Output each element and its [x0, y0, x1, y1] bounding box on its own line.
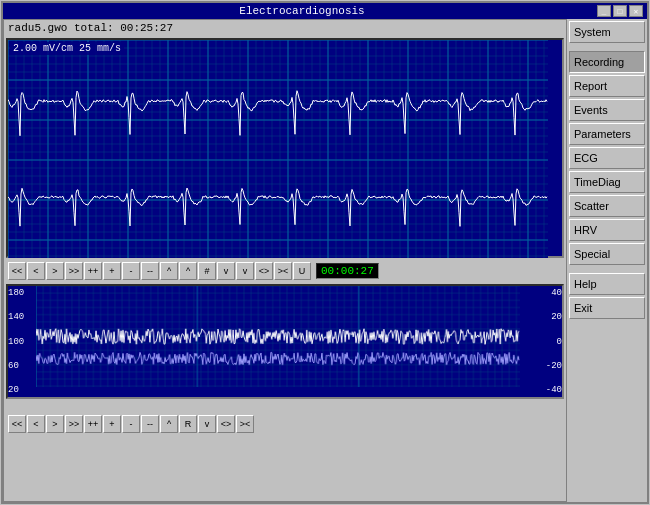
trend-time-labels: 00:13 00:14 00:15 [4, 401, 566, 412]
trend-label-40: 40 [538, 288, 562, 298]
toolbar2-btn-0[interactable]: << [8, 415, 26, 433]
trend-label-60: 60 [8, 361, 36, 371]
close-button[interactable]: ✕ [629, 5, 643, 17]
trend-labels-left: 180 140 100 60 20 [8, 286, 36, 397]
toolbar2-btn-9[interactable]: R [179, 415, 197, 433]
toolbar2-btn-10[interactable]: v [198, 415, 216, 433]
menu-btn-exit[interactable]: Exit [569, 297, 645, 319]
trend-label-140: 140 [8, 312, 36, 322]
trend-label-20: 20 [8, 385, 36, 395]
time-label-3: 00:15 [437, 401, 467, 412]
menu-btn-recording[interactable]: Recording [569, 51, 645, 73]
toolbar1-btn-7[interactable]: -- [141, 262, 159, 280]
maximize-button[interactable]: □ [613, 5, 627, 17]
menu-btn-ecg[interactable]: ECG [569, 147, 645, 169]
toolbar2-btn-12[interactable]: >< [236, 415, 254, 433]
info-bar: radu5.gwo total: 00:25:27 [4, 20, 566, 36]
time-label-2: 00:14 [270, 401, 300, 412]
menu-btn-special[interactable]: Special [569, 243, 645, 265]
menu-btn-report[interactable]: Report [569, 75, 645, 97]
toolbar2: <<<>>>+++---^Rv<>>< [4, 413, 566, 435]
toolbar1-btn-3[interactable]: >> [65, 262, 83, 280]
toolbar1-btn-6[interactable]: - [122, 262, 140, 280]
menu-btn-scatter[interactable]: Scatter [569, 195, 645, 217]
trend-label-m40: -40 [538, 385, 562, 395]
trend-labels-right: 40 20 0 -20 -40 [538, 286, 562, 397]
toolbar1-btn-0[interactable]: << [8, 262, 26, 280]
trend-label-100: 100 [8, 337, 36, 347]
title-bar-buttons: _ □ ✕ [597, 5, 643, 17]
menu-btn-timediag[interactable]: TimeDiag [569, 171, 645, 193]
ecg-container: 2.00 mV/cm 25 mm/s [6, 38, 564, 258]
toolbar1: <<<>>>+++---^^#vv<>><U00:00:27 [4, 260, 566, 282]
toolbar1-btn-11[interactable]: v [217, 262, 235, 280]
trend-container: 180 140 100 60 20 40 20 0 -20 -40 [6, 284, 564, 399]
toolbar2-btn-1[interactable]: < [27, 415, 45, 433]
toolbar2-btn-2[interactable]: > [46, 415, 64, 433]
right-panel: SystemRecordingReportEventsParametersECG… [567, 19, 647, 502]
ecg-canvas [8, 40, 548, 258]
toolbar1-btn-4[interactable]: ++ [84, 262, 102, 280]
toolbar1-btn-1[interactable]: < [27, 262, 45, 280]
title-bar: Electrocardiognosis _ □ ✕ [3, 3, 647, 19]
toolbar2-btn-3[interactable]: >> [65, 415, 83, 433]
main-content: radu5.gwo total: 00:25:27 2.00 mV/cm 25 … [3, 19, 647, 502]
toolbar2-btn-7[interactable]: -- [141, 415, 159, 433]
trend-label-180: 180 [8, 288, 36, 298]
time-display: 00:00:27 [316, 263, 379, 279]
toolbar1-btn-14[interactable]: >< [274, 262, 292, 280]
trend-label-20r: 20 [538, 312, 562, 322]
minimize-button[interactable]: _ [597, 5, 611, 17]
toolbar1-btn-8[interactable]: ^ [160, 262, 178, 280]
time-label-1: 00:13 [103, 401, 133, 412]
trend-label-0: 0 [538, 337, 562, 347]
toolbar1-btn-2[interactable]: > [46, 262, 64, 280]
toolbar2-btn-5[interactable]: + [103, 415, 121, 433]
menu-btn-help[interactable]: Help [569, 273, 645, 295]
main-window: Electrocardiognosis _ □ ✕ radu5.gwo tota… [1, 1, 649, 504]
menu-btn-parameters[interactable]: Parameters [569, 123, 645, 145]
menu-btn-events[interactable]: Events [569, 99, 645, 121]
left-panel: radu5.gwo total: 00:25:27 2.00 mV/cm 25 … [3, 19, 567, 502]
trend-canvas [36, 286, 520, 387]
toolbar2-btn-6[interactable]: - [122, 415, 140, 433]
toolbar1-btn-10[interactable]: # [198, 262, 216, 280]
title-text: Electrocardiognosis [7, 5, 597, 17]
menu-btn-system[interactable]: System [569, 21, 645, 43]
toolbar2-btn-11[interactable]: <> [217, 415, 235, 433]
toolbar1-btn-15[interactable]: U [293, 262, 311, 280]
toolbar2-btn-8[interactable]: ^ [160, 415, 178, 433]
toolbar1-btn-12[interactable]: v [236, 262, 254, 280]
toolbar1-btn-5[interactable]: + [103, 262, 121, 280]
trend-label-m20: -20 [538, 361, 562, 371]
toolbar2-btn-4[interactable]: ++ [84, 415, 102, 433]
toolbar1-btn-9[interactable]: ^ [179, 262, 197, 280]
ecg-label: 2.00 mV/cm 25 mm/s [10, 42, 124, 55]
toolbar1-btn-13[interactable]: <> [255, 262, 273, 280]
menu-btn-hrv[interactable]: HRV [569, 219, 645, 241]
